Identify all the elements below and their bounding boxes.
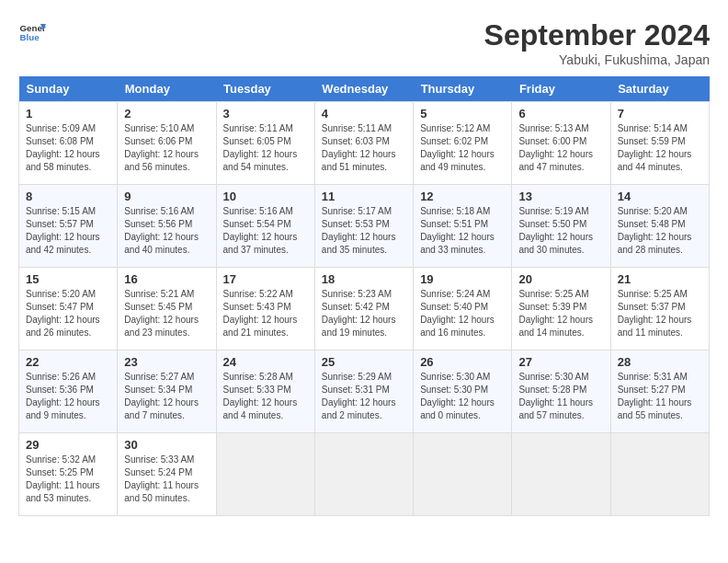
- day-info: Sunrise: 5:25 AMSunset: 5:37 PMDaylight:…: [618, 288, 702, 339]
- day-info: Sunrise: 5:23 AMSunset: 5:42 PMDaylight:…: [322, 288, 406, 339]
- day-number: 17: [223, 272, 308, 286]
- calendar-day-25: 25Sunrise: 5:29 AMSunset: 5:31 PMDayligh…: [314, 350, 413, 433]
- day-number: 22: [26, 355, 110, 369]
- calendar-day-3: 3Sunrise: 5:11 AMSunset: 6:05 PMDaylight…: [216, 102, 314, 185]
- day-info: Sunrise: 5:10 AMSunset: 6:06 PMDaylight:…: [124, 122, 209, 174]
- calendar-day-18: 18Sunrise: 5:23 AMSunset: 5:42 PMDayligh…: [314, 268, 413, 350]
- calendar-day-20: 20Sunrise: 5:25 AMSunset: 5:39 PMDayligh…: [512, 268, 610, 350]
- calendar-week-2: 8Sunrise: 5:15 AMSunset: 5:57 PMDaylight…: [19, 185, 710, 268]
- day-info: Sunrise: 5:24 AMSunset: 5:40 PMDaylight:…: [420, 288, 505, 339]
- calendar-day-28: 28Sunrise: 5:31 AMSunset: 5:27 PMDayligh…: [610, 350, 709, 433]
- day-number: 23: [124, 355, 209, 369]
- calendar-day-2: 2Sunrise: 5:10 AMSunset: 6:06 PMDaylight…: [118, 102, 216, 185]
- day-number: 3: [223, 107, 308, 121]
- day-number: 11: [322, 190, 406, 203]
- calendar-day-8: 8Sunrise: 5:15 AMSunset: 5:57 PMDaylight…: [19, 185, 118, 268]
- calendar-week-4: 22Sunrise: 5:26 AMSunset: 5:36 PMDayligh…: [19, 350, 710, 433]
- day-number: 29: [26, 438, 110, 452]
- calendar-day-empty: [414, 433, 512, 516]
- calendar-day-24: 24Sunrise: 5:28 AMSunset: 5:33 PMDayligh…: [216, 350, 314, 433]
- day-number: 12: [420, 190, 505, 203]
- day-info: Sunrise: 5:33 AMSunset: 5:24 PMDaylight:…: [124, 454, 209, 505]
- calendar-day-empty: [610, 433, 709, 516]
- page-header: General Blue September 2024 Yabuki, Fuku…: [18, 18, 710, 67]
- calendar-day-5: 5Sunrise: 5:12 AMSunset: 6:02 PMDaylight…: [414, 102, 512, 185]
- calendar-day-22: 22Sunrise: 5:26 AMSunset: 5:36 PMDayligh…: [19, 350, 118, 433]
- day-number: 21: [618, 272, 702, 286]
- day-info: Sunrise: 5:13 AMSunset: 6:00 PMDaylight:…: [518, 122, 603, 174]
- day-info: Sunrise: 5:16 AMSunset: 5:56 PMDaylight:…: [124, 205, 209, 257]
- day-number: 16: [124, 272, 209, 286]
- weekday-header-monday: Monday: [118, 76, 216, 102]
- day-number: 7: [618, 107, 702, 121]
- day-number: 14: [618, 190, 702, 203]
- day-number: 15: [26, 272, 110, 286]
- day-info: Sunrise: 5:22 AMSunset: 5:43 PMDaylight:…: [223, 288, 308, 339]
- calendar-day-29: 29Sunrise: 5:32 AMSunset: 5:25 PMDayligh…: [19, 433, 118, 516]
- calendar-day-10: 10Sunrise: 5:16 AMSunset: 5:54 PMDayligh…: [216, 185, 314, 268]
- day-number: 5: [420, 107, 505, 121]
- calendar-day-1: 1Sunrise: 5:09 AMSunset: 6:08 PMDaylight…: [19, 102, 118, 185]
- day-number: 30: [124, 438, 209, 452]
- day-info: Sunrise: 5:27 AMSunset: 5:34 PMDaylight:…: [124, 371, 209, 422]
- title-block: September 2024 Yabuki, Fukushima, Japan: [484, 18, 710, 67]
- day-info: Sunrise: 5:11 AMSunset: 6:03 PMDaylight:…: [322, 122, 406, 174]
- logo: General Blue: [18, 18, 46, 46]
- day-info: Sunrise: 5:15 AMSunset: 5:57 PMDaylight:…: [26, 205, 110, 257]
- month-title: September 2024: [484, 18, 710, 52]
- calendar-day-7: 7Sunrise: 5:14 AMSunset: 5:59 PMDaylight…: [610, 102, 709, 185]
- location: Yabuki, Fukushima, Japan: [484, 52, 710, 67]
- calendar-week-1: 1Sunrise: 5:09 AMSunset: 6:08 PMDaylight…: [19, 102, 710, 185]
- day-number: 4: [322, 107, 406, 121]
- day-info: Sunrise: 5:28 AMSunset: 5:33 PMDaylight:…: [223, 371, 308, 422]
- weekday-header-sunday: Sunday: [19, 76, 118, 102]
- calendar-table: SundayMondayTuesdayWednesdayThursdayFrid…: [18, 76, 710, 516]
- day-info: Sunrise: 5:11 AMSunset: 6:05 PMDaylight:…: [223, 122, 308, 174]
- calendar-day-30: 30Sunrise: 5:33 AMSunset: 5:24 PMDayligh…: [118, 433, 216, 516]
- calendar-day-21: 21Sunrise: 5:25 AMSunset: 5:37 PMDayligh…: [610, 268, 709, 350]
- day-number: 8: [26, 190, 110, 203]
- day-info: Sunrise: 5:31 AMSunset: 5:27 PMDaylight:…: [618, 371, 702, 422]
- day-number: 25: [322, 355, 406, 369]
- day-info: Sunrise: 5:21 AMSunset: 5:45 PMDaylight:…: [124, 288, 209, 339]
- day-number: 1: [26, 107, 110, 121]
- day-number: 24: [223, 355, 308, 369]
- calendar-day-23: 23Sunrise: 5:27 AMSunset: 5:34 PMDayligh…: [118, 350, 216, 433]
- calendar-day-17: 17Sunrise: 5:22 AMSunset: 5:43 PMDayligh…: [216, 268, 314, 350]
- svg-text:Blue: Blue: [20, 32, 40, 42]
- calendar-day-12: 12Sunrise: 5:18 AMSunset: 5:51 PMDayligh…: [414, 185, 512, 268]
- calendar-day-9: 9Sunrise: 5:16 AMSunset: 5:56 PMDaylight…: [118, 185, 216, 268]
- calendar-day-27: 27Sunrise: 5:30 AMSunset: 5:28 PMDayligh…: [512, 350, 610, 433]
- day-number: 28: [618, 355, 702, 369]
- day-number: 20: [518, 272, 603, 286]
- day-info: Sunrise: 5:20 AMSunset: 5:48 PMDaylight:…: [618, 205, 702, 257]
- calendar-week-3: 15Sunrise: 5:20 AMSunset: 5:47 PMDayligh…: [19, 268, 710, 350]
- day-number: 9: [124, 190, 209, 203]
- day-number: 18: [322, 272, 406, 286]
- calendar-week-5: 29Sunrise: 5:32 AMSunset: 5:25 PMDayligh…: [19, 433, 710, 516]
- calendar-day-19: 19Sunrise: 5:24 AMSunset: 5:40 PMDayligh…: [414, 268, 512, 350]
- day-info: Sunrise: 5:30 AMSunset: 5:30 PMDaylight:…: [420, 371, 505, 422]
- day-info: Sunrise: 5:25 AMSunset: 5:39 PMDaylight:…: [518, 288, 603, 339]
- day-number: 19: [420, 272, 505, 286]
- calendar-day-empty: [512, 433, 610, 516]
- weekday-header-row: SundayMondayTuesdayWednesdayThursdayFrid…: [19, 76, 710, 102]
- calendar-day-4: 4Sunrise: 5:11 AMSunset: 6:03 PMDaylight…: [314, 102, 413, 185]
- day-info: Sunrise: 5:19 AMSunset: 5:50 PMDaylight:…: [518, 205, 603, 257]
- day-info: Sunrise: 5:30 AMSunset: 5:28 PMDaylight:…: [518, 371, 603, 422]
- day-number: 10: [223, 190, 308, 203]
- calendar-day-empty: [216, 433, 314, 516]
- calendar-day-6: 6Sunrise: 5:13 AMSunset: 6:00 PMDaylight…: [512, 102, 610, 185]
- day-info: Sunrise: 5:16 AMSunset: 5:54 PMDaylight:…: [223, 205, 308, 257]
- day-number: 2: [124, 107, 209, 121]
- day-info: Sunrise: 5:32 AMSunset: 5:25 PMDaylight:…: [26, 454, 110, 505]
- weekday-header-friday: Friday: [512, 76, 610, 102]
- calendar-day-empty: [314, 433, 413, 516]
- day-info: Sunrise: 5:09 AMSunset: 6:08 PMDaylight:…: [26, 122, 110, 174]
- weekday-header-saturday: Saturday: [610, 76, 709, 102]
- day-number: 13: [518, 190, 603, 203]
- weekday-header-tuesday: Tuesday: [216, 76, 314, 102]
- day-info: Sunrise: 5:12 AMSunset: 6:02 PMDaylight:…: [420, 122, 505, 174]
- day-info: Sunrise: 5:17 AMSunset: 5:53 PMDaylight:…: [322, 205, 406, 257]
- calendar-day-16: 16Sunrise: 5:21 AMSunset: 5:45 PMDayligh…: [118, 268, 216, 350]
